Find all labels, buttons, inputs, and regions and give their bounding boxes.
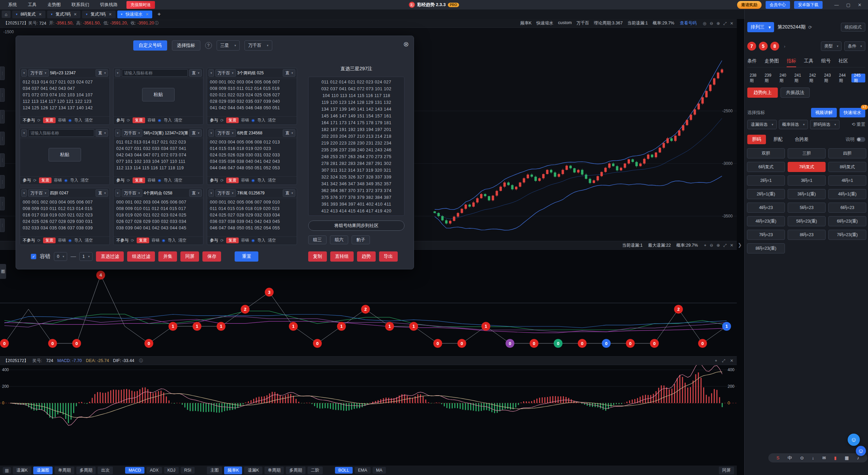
panel-number-list[interactable]: 000 001 002 003 004 005 006 007008 009 0… xyxy=(207,78,297,116)
zoom-in-icon[interactable]: ⊕ xyxy=(716,21,720,26)
trend-up-button[interactable]: 趋势向上 xyxy=(747,88,778,98)
chart-side-tab[interactable]: 图 xyxy=(0,264,6,279)
layout-icon[interactable]: ▦ xyxy=(3,467,11,474)
refresh-icon[interactable]: ⟳ xyxy=(220,178,224,183)
filter-select[interactable]: 遗漏筛选▾ xyxy=(747,120,777,129)
result-number-list[interactable]: 011 012 014 021 022 023 024 027032 037 0… xyxy=(308,77,405,216)
tolerance-toggle-icon[interactable]: ◉ xyxy=(252,178,255,183)
refresh-icon[interactable]: ⟳ xyxy=(220,238,224,243)
import-button[interactable]: 导入 xyxy=(70,177,78,183)
filter-button[interactable]: 并集 xyxy=(158,251,177,262)
customer-service-icon[interactable]: ☺ xyxy=(848,434,860,446)
pin-icon[interactable]: ⌖ xyxy=(715,358,717,363)
panel-mode-select[interactable]: 直▾ xyxy=(96,69,108,77)
view-toggle[interactable]: 单周期 xyxy=(264,467,284,474)
expand-icon[interactable]: ⤢ xyxy=(722,358,725,363)
menu-item[interactable]: 工具 xyxy=(23,2,41,8)
translate-icon[interactable]: 中 xyxy=(788,455,792,461)
filter-select[interactable]: 概率筛选▾ xyxy=(779,120,808,129)
invert-button[interactable]: 复震 xyxy=(226,177,239,183)
mic-icon[interactable]: ⊙ xyxy=(800,455,804,460)
collapsed-panel-handle[interactable]: ⋮ xyxy=(0,197,5,210)
close-tab-icon[interactable]: ✕ xyxy=(145,12,149,17)
sidebar-subtab[interactable]: 胆码 xyxy=(747,135,766,144)
paste-button[interactable]: 粘贴 xyxy=(142,88,175,101)
import-button[interactable]: 导入 xyxy=(74,238,82,243)
tolerance-toggle-icon[interactable]: ◉ xyxy=(158,118,161,122)
import-button[interactable]: 导入 xyxy=(257,117,265,123)
indicator-name-input[interactable]: 请输入指标名称 xyxy=(28,129,94,137)
clear-button[interactable]: 清空 xyxy=(85,117,93,123)
filter-button[interactable]: 保存 xyxy=(202,251,221,262)
group-chip[interactable]: 豹子 xyxy=(352,235,370,244)
view-toggle[interactable]: 出次 xyxy=(98,467,113,474)
collapsed-panel-handle[interactable]: ⋮ xyxy=(0,218,5,232)
sidebar-collapse-arrow[interactable]: ❯ xyxy=(738,242,742,248)
view-toggle[interactable]: EMA xyxy=(355,467,371,474)
view-toggle[interactable]: ADX xyxy=(146,467,162,474)
view-toggle[interactable]: 遗漏K xyxy=(13,467,31,474)
menu-item[interactable]: 切换线路 xyxy=(95,2,122,8)
panel-mode-select[interactable]: 直▾ xyxy=(189,69,202,77)
participate-toggle[interactable]: 参与 xyxy=(210,238,218,243)
sidebar-tab[interactable]: 指标 xyxy=(787,58,796,67)
invert-button[interactable]: 复震 xyxy=(226,238,239,243)
invert-button[interactable]: 复震 xyxy=(133,177,145,183)
clear-button[interactable]: 清空 xyxy=(268,177,276,183)
indicator-button[interactable]: 6码=23(重) xyxy=(828,216,866,226)
view-toggle[interactable]: 遗漏K xyxy=(244,467,262,474)
indicator-button[interactable]: 2码=1(重) xyxy=(747,189,785,199)
participate-toggle[interactable]: 不参与 xyxy=(23,117,35,123)
close-tab-icon[interactable]: ✕ xyxy=(74,12,77,17)
simulation-mode-button[interactable]: 模拟模式 xyxy=(841,23,865,32)
panel-collapse-select[interactable]: ▾ xyxy=(209,189,214,197)
refresh-icon[interactable]: ⟳ xyxy=(808,25,812,30)
sidebar-subtab[interactable]: 胆配 xyxy=(769,135,787,144)
filter-button[interactable]: 直选过滤 xyxy=(96,251,124,262)
info-icon[interactable]: ⓘ xyxy=(155,20,159,26)
view-toggle[interactable]: KDJ xyxy=(164,467,179,474)
indicator-button[interactable]: 4码=1(重) xyxy=(828,189,866,199)
period-chip[interactable]: 240期 xyxy=(777,74,791,82)
paste-button[interactable]: 粘贴 xyxy=(48,148,81,162)
panel-number-list[interactable]: 011 012 013 014 017 021 022 023024 027 0… xyxy=(114,138,203,176)
maximize-icon[interactable]: ▢ xyxy=(843,2,853,7)
indicator-button[interactable]: 7码=23(重) xyxy=(828,230,866,240)
help-icon[interactable]: ? xyxy=(205,42,212,49)
indicator-button[interactable]: 4码=23(重) xyxy=(747,216,785,226)
resonance-button[interactable]: 共振战法 xyxy=(781,88,810,98)
view-toggle[interactable]: RSI xyxy=(181,467,195,474)
lottery-select[interactable]: 排列三▾ xyxy=(747,22,774,32)
participate-toggle[interactable]: 参与 xyxy=(23,177,31,183)
participate-toggle[interactable]: 不参与 xyxy=(23,238,35,243)
indicator-button[interactable]: 6码=23 xyxy=(828,203,866,213)
refresh-icon[interactable]: ⟳ xyxy=(127,178,130,183)
view-toggle[interactable]: 主图 xyxy=(207,467,222,474)
condition-select[interactable]: 条件▾ xyxy=(844,41,865,51)
panel-number-list[interactable]: 012 013 014 017 021 023 024 027034 037 0… xyxy=(20,78,110,116)
close-icon[interactable]: ✕ xyxy=(730,358,733,363)
collapsed-panel-handle[interactable]: ⋮ xyxy=(0,153,5,167)
panel-position-select[interactable]: 万千百▾ xyxy=(28,69,49,77)
panel-mode-select[interactable]: 直▾ xyxy=(283,189,295,197)
panel-collapse-select[interactable]: ▾ xyxy=(115,69,120,77)
minimize-icon[interactable]: — xyxy=(831,2,842,7)
expand-icon[interactable]: ⤢ xyxy=(723,21,727,26)
import-button[interactable]: 导入 xyxy=(168,238,176,243)
view-toggle[interactable]: 频率K xyxy=(224,467,242,474)
participate-toggle[interactable]: 参与 xyxy=(116,117,124,123)
zoom-out-icon[interactable]: ⊖ xyxy=(710,243,713,248)
close-icon[interactable]: ✕ xyxy=(730,21,733,26)
invert-button[interactable]: 复震 xyxy=(43,117,56,123)
period-chip[interactable]: 245期 xyxy=(851,74,865,82)
panel-position-select[interactable]: 万千百▾ xyxy=(215,69,236,77)
position-select[interactable]: 万千百▾ xyxy=(244,40,272,51)
period-chip[interactable]: 242期 xyxy=(807,74,821,82)
clear-button[interactable]: 清空 xyxy=(268,238,276,243)
sidebar-tab[interactable]: 工具 xyxy=(804,58,813,67)
indicator-button[interactable]: 8码复式 xyxy=(828,162,866,172)
type-select[interactable]: 类型▾ xyxy=(821,41,842,51)
download-icon[interactable]: ↓ xyxy=(812,455,814,460)
panel-position-select[interactable]: 万千百▾ xyxy=(122,129,142,137)
panel-mode-select[interactable]: 直▾ xyxy=(96,189,108,197)
